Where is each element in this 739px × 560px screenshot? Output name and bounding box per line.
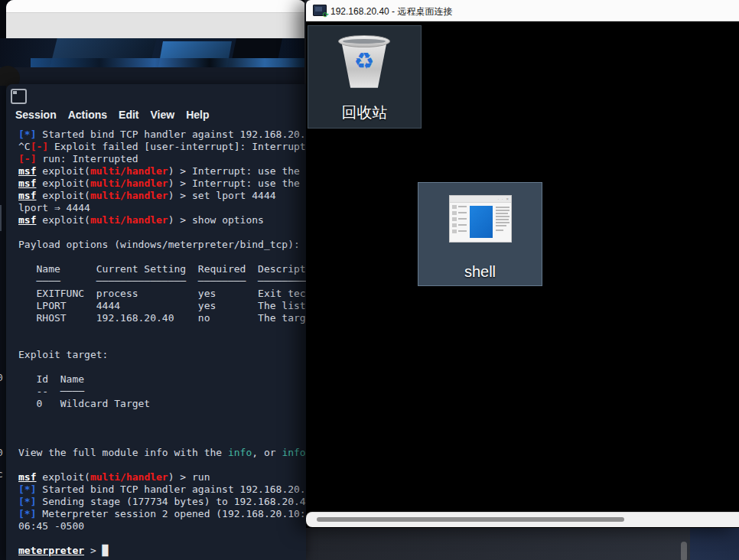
app-icon-titlebar: · · ×: [450, 196, 511, 203]
terminal-line: [18, 422, 306, 435]
terminal-line: LPORT 4444 yes The listen port: [18, 300, 306, 312]
menu-actions[interactable]: Actions: [68, 109, 107, 121]
terminal-line: ^C[-] Exploit failed [user-interrupt]: I…: [18, 141, 306, 153]
terminal-line: [*] Sending stage (177734 bytes) to 192.…: [18, 496, 306, 508]
terminal-line: RHOST 192.168.20.40 no The target addres…: [18, 312, 306, 324]
rdp-title: 192.168.20.40 - 远程桌面连接: [330, 5, 452, 18]
wallpaper-dark-band: [0, 67, 306, 86]
desktop-icon-recycle-bin[interactable]: ♻ 回收站: [308, 25, 422, 129]
terminal-line: [*] Started bind TCP handler against 192…: [18, 483, 306, 496]
terminal-line: [-] run: Interrupted: [18, 153, 306, 165]
desktop-icon-shell[interactable]: · · × shell: [418, 182, 542, 286]
terminal-line: [*] Started bind TCP handler against 192…: [18, 129, 306, 141]
desktop-icon-label: 回收站: [308, 103, 421, 123]
terminal-line: -- ────: [18, 386, 306, 398]
app-icon-line: [458, 218, 467, 220]
terminal-line: [18, 337, 306, 349]
terminal-line: [*] Meterpreter session 2 opened (192.16…: [18, 508, 306, 520]
rdp-sync-arrows-icon: ⟳: [323, 11, 329, 19]
terminal-window: SessionActionsEditViewHelp [*] Started b…: [6, 84, 306, 560]
clipped-glyph: 0: [0, 372, 3, 383]
app-icon-list-item: [452, 205, 457, 209]
background-window-titlebar: [6, 0, 306, 13]
desktop-wallpaper-strip: [0, 38, 306, 67]
terminal-line: msf exploit(multi/handler) > Interrupt: …: [18, 177, 306, 190]
rdp-titlebar[interactable]: ⟳ 192.168.20.40 - 远程桌面连接: [306, 0, 739, 21]
app-icon-line: [496, 210, 509, 211]
clipped-glyph: 0: [0, 447, 3, 458]
terminal-line: Id Name: [18, 373, 306, 386]
terminal-line: msf exploit(multi/handler) > Interrupt: …: [18, 165, 306, 177]
terminal-line: ──── ─────────────── ──────── ──────────…: [18, 275, 306, 288]
clipped-glyph: c: [0, 468, 3, 480]
terminal-line: Name Current Setting Required Descriptio…: [18, 263, 306, 275]
recycle-bin-icon: ♻: [337, 35, 392, 92]
terminal-line: [18, 435, 306, 447]
terminal-menubar: SessionActionsEditViewHelp: [15, 109, 221, 124]
remote-desktop-window: ⟳ 192.168.20.40 - 远程桌面连接 ♻ 回收站 · · ×: [306, 0, 739, 528]
background-window: [6, 0, 306, 38]
terminal-line: [18, 459, 306, 471]
remote-desktop-icon: ⟳: [313, 5, 327, 16]
terminal-line: lport ⇒ 4444: [18, 202, 306, 214]
app-icon-list-item: [452, 217, 457, 221]
app-icon-blue-panel: [470, 206, 493, 238]
terminal-line: meterpreter > █: [18, 545, 306, 557]
app-icon-list-item: [452, 223, 457, 227]
terminal-line: msf exploit(multi/handler) > run: [18, 471, 306, 483]
app-icon-line: [496, 207, 509, 208]
left-edge-strip: 0 0 c: [0, 86, 6, 560]
app-icon-line: [496, 213, 508, 214]
terminal-line: View the full module info with the info,…: [18, 447, 306, 459]
rdp-horizontal-scrollbar[interactable]: [306, 512, 739, 527]
background-scrollbar-thumb: [681, 542, 687, 560]
menu-help[interactable]: Help: [186, 109, 209, 121]
app-icon-line: [496, 219, 509, 220]
wallpaper-shape: [31, 58, 306, 67]
app-icon-line: [458, 206, 467, 207]
app-icon-line: [496, 216, 509, 217]
terminal-line: [18, 410, 306, 422]
menu-edit[interactable]: Edit: [119, 109, 138, 121]
terminal-line: Payload options (windows/meterpreter/bin…: [18, 239, 306, 251]
terminal-line: [18, 532, 306, 545]
terminal-line: EXITFUNC process yes Exit technique: [18, 288, 306, 300]
terminal-line: [18, 226, 306, 239]
terminal-line: [18, 361, 306, 373]
recycle-symbol-icon: ♻: [337, 47, 392, 74]
terminal-line: msf exploit(multi/handler) > set lport 4…: [18, 190, 306, 202]
menu-session[interactable]: Session: [15, 109, 57, 121]
menu-view[interactable]: View: [151, 109, 175, 121]
app-icon-line: [496, 222, 509, 223]
terminal-line: msf exploit(multi/handler) > show option…: [18, 214, 306, 226]
terminal-output[interactable]: [*] Started bind TCP handler against 192…: [6, 129, 306, 557]
terminal-line: 0 Wildcard Target: [18, 398, 306, 410]
left-edge-sliver: [0, 205, 2, 231]
app-icon-line: [458, 212, 467, 213]
app-icon-list-item: [452, 211, 457, 215]
app-icon-line: [458, 230, 467, 232]
app-icon-list-item: [452, 230, 457, 233]
terminal-icon: [11, 89, 27, 104]
terminal-line: [18, 251, 306, 263]
app-icon-line: [496, 230, 503, 231]
app-icon-line: [496, 225, 506, 226]
application-window-icon: · · ×: [449, 195, 512, 243]
terminal-line: Exploit target:: [18, 349, 306, 361]
rdp-scrollbar-thumb[interactable]: [317, 517, 624, 522]
app-icon-controls: · · ×: [497, 197, 509, 201]
recycle-bin-rim: [338, 35, 390, 47]
terminal-line: [18, 324, 306, 337]
terminal-line: 06:45 -0500: [18, 520, 306, 532]
app-icon-line: [458, 224, 467, 226]
desktop-icon-label: shell: [418, 263, 542, 281]
